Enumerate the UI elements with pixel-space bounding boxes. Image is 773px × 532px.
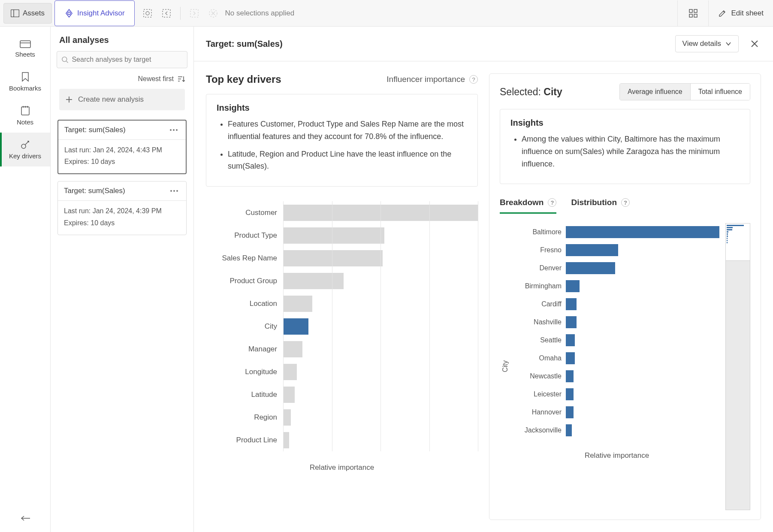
breakdown-bar-area[interactable] bbox=[566, 403, 719, 421]
content-title: Target: sum(Sales) bbox=[206, 39, 283, 49]
driver-bar-area[interactable] bbox=[283, 292, 478, 315]
chart-overview-scrollbar[interactable] bbox=[725, 223, 750, 510]
breakdown-bar[interactable] bbox=[566, 226, 719, 238]
breakdown-bar[interactable] bbox=[566, 244, 618, 256]
tab-breakdown[interactable]: Breakdown ? bbox=[500, 198, 556, 214]
help-icon[interactable]: ? bbox=[621, 198, 630, 207]
driver-bar-area[interactable] bbox=[283, 338, 478, 360]
smart-search-icon[interactable] bbox=[142, 8, 153, 18]
influencer-importance-label[interactable]: Influencer importance ? bbox=[386, 75, 478, 84]
driver-bar-area[interactable] bbox=[283, 269, 478, 292]
close-button[interactable] bbox=[748, 37, 761, 50]
sort-label: Newest first bbox=[138, 75, 174, 83]
driver-label: Product Group bbox=[206, 277, 283, 285]
search-input[interactable] bbox=[72, 56, 183, 63]
driver-bar[interactable] bbox=[283, 432, 289, 448]
breakdown-bar[interactable] bbox=[566, 316, 577, 328]
breakdown-label: Jacksonville bbox=[514, 426, 566, 434]
breakdown-bar[interactable] bbox=[566, 262, 615, 274]
driver-bar-area[interactable] bbox=[283, 201, 478, 224]
breakdown-bar-area[interactable] bbox=[566, 313, 719, 331]
sheets-icon bbox=[20, 39, 31, 48]
toggle-average-influence[interactable]: Average influence bbox=[620, 84, 690, 100]
driver-bar[interactable] bbox=[283, 250, 383, 266]
driver-bar[interactable] bbox=[283, 318, 308, 335]
driver-bar[interactable] bbox=[283, 227, 384, 244]
left-rail: Sheets Bookmarks Notes Key drivers bbox=[0, 27, 51, 532]
driver-bar-area[interactable] bbox=[283, 406, 478, 429]
breakdown-bar-area[interactable] bbox=[566, 349, 719, 367]
key-drivers-icon bbox=[20, 139, 30, 150]
app-overview-button[interactable] bbox=[677, 0, 708, 26]
rail-key-drivers[interactable]: Key drivers bbox=[0, 133, 50, 166]
breakdown-bar-area[interactable] bbox=[566, 223, 719, 241]
rail-sheets[interactable]: Sheets bbox=[0, 33, 50, 65]
breakdown-bar[interactable] bbox=[566, 298, 577, 310]
breakdown-bar-area[interactable] bbox=[566, 295, 719, 313]
driver-bar[interactable] bbox=[283, 409, 291, 426]
edit-sheet-button[interactable]: Edit sheet bbox=[708, 0, 773, 26]
assets-button[interactable]: Assets bbox=[3, 3, 52, 24]
breakdown-bar[interactable] bbox=[566, 370, 574, 382]
driver-bar[interactable] bbox=[283, 364, 297, 380]
search-wrapper[interactable] bbox=[57, 51, 187, 68]
svg-line-21 bbox=[66, 61, 68, 63]
breakdown-bar[interactable] bbox=[566, 334, 575, 346]
help-icon[interactable]: ? bbox=[469, 75, 478, 84]
rail-notes[interactable]: Notes bbox=[0, 99, 50, 133]
breakdown-label: Newcastle bbox=[514, 372, 566, 380]
chevron-down-icon bbox=[725, 42, 731, 46]
breakdown-bar-area[interactable] bbox=[566, 421, 719, 439]
driver-bar-area[interactable] bbox=[283, 247, 478, 269]
grid-icon bbox=[688, 9, 698, 18]
svg-point-28 bbox=[173, 129, 175, 131]
breakdown-ylabel: City bbox=[500, 223, 511, 510]
card-actions-button[interactable] bbox=[168, 188, 180, 194]
driver-bar-area[interactable] bbox=[283, 360, 478, 383]
driver-label: Region bbox=[206, 413, 283, 422]
svg-point-27 bbox=[170, 129, 172, 131]
create-analysis-button[interactable]: Create new analysis bbox=[59, 89, 185, 110]
driver-bar-area[interactable] bbox=[283, 383, 478, 406]
driver-bar-area[interactable] bbox=[283, 224, 478, 247]
analyses-title: All analyses bbox=[59, 35, 185, 45]
driver-bar[interactable] bbox=[283, 387, 295, 403]
sort-control[interactable]: Newest first bbox=[59, 75, 185, 83]
breakdown-bar-area[interactable] bbox=[566, 367, 719, 385]
selections-forward-icon[interactable] bbox=[189, 8, 199, 18]
details-panel-title: Selected: City bbox=[500, 86, 562, 98]
driver-bar[interactable] bbox=[283, 341, 302, 357]
svg-point-2 bbox=[68, 12, 70, 15]
breakdown-bar[interactable] bbox=[566, 352, 575, 364]
driver-bar-area[interactable] bbox=[283, 315, 478, 338]
panel-icon bbox=[11, 9, 19, 17]
breakdown-bar-area[interactable] bbox=[566, 277, 719, 295]
view-details-button[interactable]: View details bbox=[675, 35, 739, 52]
driver-bar[interactable] bbox=[283, 296, 312, 312]
breakdown-bar-area[interactable] bbox=[566, 259, 719, 277]
toggle-total-influence[interactable]: Total influence bbox=[690, 84, 750, 100]
insight-advisor-button[interactable]: Insight Advisor bbox=[54, 0, 135, 26]
card-actions-button[interactable] bbox=[168, 127, 180, 133]
breakdown-bar-area[interactable] bbox=[566, 241, 719, 259]
rail-bookmarks[interactable]: Bookmarks bbox=[0, 65, 50, 99]
tab-distribution[interactable]: Distribution ? bbox=[571, 198, 630, 214]
breakdown-bar[interactable] bbox=[566, 388, 574, 400]
details-panel: Selected: City Average influence Total i… bbox=[489, 73, 761, 520]
breakdown-bar-area[interactable] bbox=[566, 331, 719, 349]
breakdown-bar[interactable] bbox=[566, 280, 580, 292]
selections-back-icon[interactable] bbox=[161, 8, 172, 18]
clear-selections-icon[interactable] bbox=[208, 8, 218, 18]
rail-collapse-button[interactable] bbox=[0, 514, 50, 523]
driver-bar[interactable] bbox=[283, 273, 344, 289]
analysis-card[interactable]: Target: sum(Sales) Last run: Jan 24, 202… bbox=[57, 181, 187, 235]
breakdown-bar[interactable] bbox=[566, 424, 572, 436]
help-icon[interactable]: ? bbox=[548, 198, 556, 207]
breakdown-bar-area[interactable] bbox=[566, 385, 719, 403]
key-drivers-axis-label: Relative importance bbox=[206, 463, 478, 472]
svg-rect-10 bbox=[689, 14, 692, 17]
driver-bar-area[interactable] bbox=[283, 429, 478, 451]
bookmark-icon bbox=[21, 72, 29, 82]
analysis-card[interactable]: Target: sum(Sales) Last run: Jan 24, 202… bbox=[57, 120, 187, 174]
breakdown-bar[interactable] bbox=[566, 406, 574, 418]
